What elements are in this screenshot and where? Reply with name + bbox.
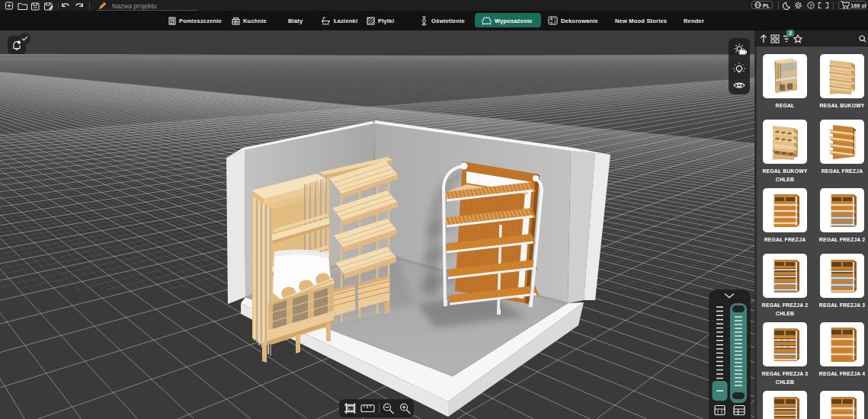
svg-text:PL: PL	[763, 2, 770, 8]
svg-text:?: ?	[809, 2, 812, 8]
